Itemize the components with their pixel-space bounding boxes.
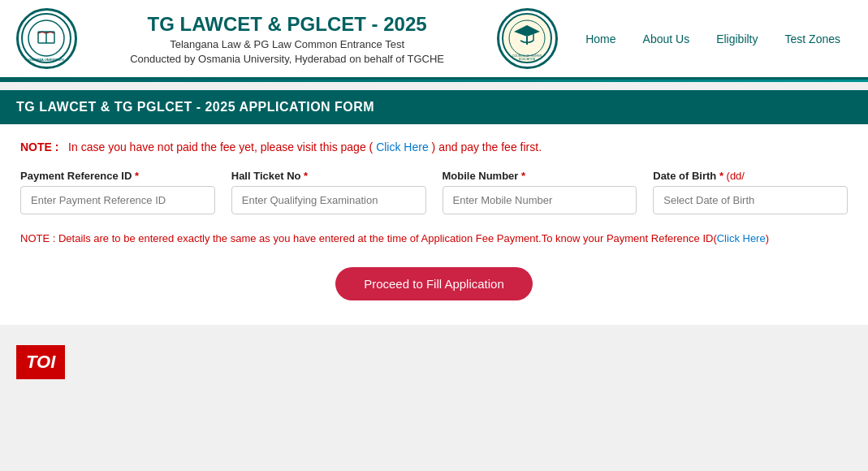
nav-home[interactable]: Home bbox=[574, 26, 627, 52]
payment-reference-id-input[interactable] bbox=[20, 186, 215, 214]
dob-hint: (dd/ bbox=[727, 170, 745, 182]
header-text-block: TG LAWCET & PGLCET - 2025 Telangana Law … bbox=[89, 13, 485, 65]
navigation: Home About Us Eligibilty Test Zones bbox=[574, 26, 852, 52]
nav-test-zones[interactable]: Test Zones bbox=[774, 26, 852, 52]
mobile-number-group: Mobile Number * bbox=[443, 170, 637, 214]
proceed-button[interactable]: Proceed to Fill Application bbox=[335, 267, 533, 300]
header-title: TG LAWCET & PGLCET - 2025 bbox=[89, 13, 485, 36]
hall-ticket-input[interactable] bbox=[231, 186, 426, 214]
payment-ref-group: Payment Reference ID * bbox=[20, 170, 215, 214]
hall-ticket-required: * bbox=[304, 170, 308, 182]
nav-about-us[interactable]: About Us bbox=[632, 26, 702, 52]
right-logo: COUNCIL OF HIGHER EDUCATION bbox=[497, 8, 558, 69]
hall-ticket-label: Hall Ticket No * bbox=[231, 170, 426, 182]
svg-text:EDUCATION: EDUCATION bbox=[519, 58, 536, 61]
dob-input[interactable] bbox=[653, 186, 848, 214]
mobile-number-input[interactable] bbox=[443, 186, 637, 214]
mobile-required: * bbox=[521, 170, 525, 182]
main-content: TG LAWCET & TG PGLCET - 2025 APPLICATION… bbox=[0, 90, 868, 325]
dob-required: * bbox=[719, 170, 723, 182]
form-body: NOTE : In case you have not paid the fee… bbox=[0, 124, 868, 325]
payment-ref-label: Payment Reference ID * bbox=[20, 170, 215, 182]
details-note: NOTE : Details are to be entered exactly… bbox=[20, 231, 848, 247]
dob-label: Date of Birth * (dd/ bbox=[653, 170, 848, 182]
fee-note-prefix: NOTE : bbox=[20, 140, 58, 153]
form-title: TG LAWCET & TG PGLCET - 2025 APPLICATION… bbox=[16, 100, 374, 114]
header: OSMANIA UNIVERSITY TG LAWCET & PGLCET - … bbox=[0, 0, 868, 80]
details-click-here-link[interactable]: Click Here bbox=[717, 232, 766, 244]
toi-badge-container: TOI bbox=[0, 333, 868, 391]
left-logo: OSMANIA UNIVERSITY bbox=[16, 8, 77, 69]
mobile-label: Mobile Number * bbox=[443, 170, 637, 182]
nav-separator bbox=[0, 80, 868, 82]
fields-row: Payment Reference ID * Hall Ticket No * … bbox=[20, 170, 848, 214]
svg-text:OSMANIA UNIVERSITY: OSMANIA UNIVERSITY bbox=[28, 58, 64, 62]
hall-ticket-group: Hall Ticket No * bbox=[231, 170, 426, 214]
dob-group: Date of Birth * (dd/ bbox=[653, 170, 848, 214]
payment-ref-required: * bbox=[135, 170, 139, 182]
fee-note: NOTE : In case you have not paid the fee… bbox=[20, 140, 848, 153]
nav-eligibility[interactable]: Eligibilty bbox=[705, 26, 769, 52]
header-subtitle1: Telangana Law & PG Law Common Entrance T… bbox=[89, 38, 485, 50]
toi-badge: TOI bbox=[16, 345, 65, 379]
form-header-bar: TG LAWCET & TG PGLCET - 2025 APPLICATION… bbox=[0, 90, 868, 124]
fee-click-here-link[interactable]: Click Here bbox=[376, 140, 429, 153]
header-subtitle2: Conducted by Osmania University, Hyderab… bbox=[89, 53, 485, 65]
